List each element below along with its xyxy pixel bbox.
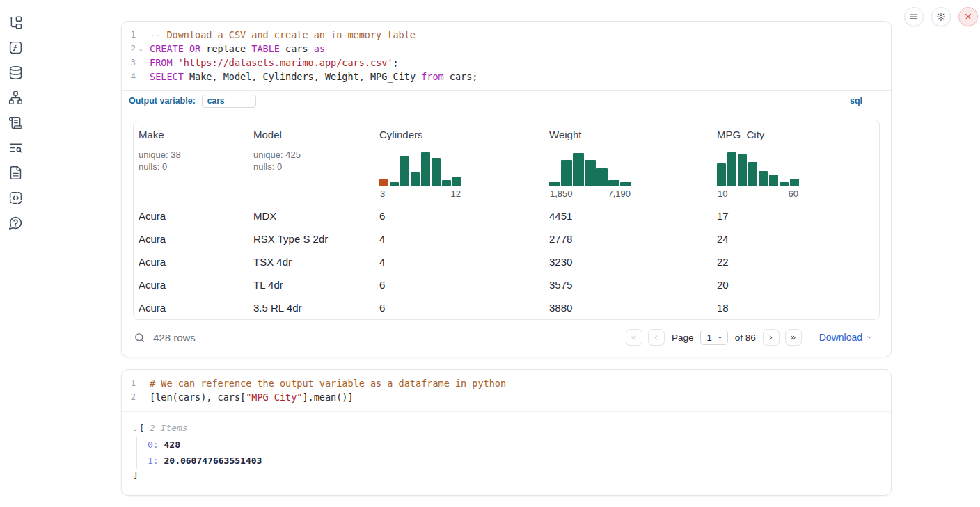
column-header-model[interactable]: Modelunique: 425nulls: 0: [248, 120, 374, 204]
column-name: Cylinders: [379, 129, 542, 140]
tree-entry[interactable]: 0: 428: [148, 437, 880, 453]
table-row[interactable]: AcuraTL 4dr6357520: [134, 273, 879, 296]
language-badge[interactable]: sql: [850, 96, 862, 106]
histogram-bar: [769, 175, 778, 186]
list-output: ⌄ [ 2 Items 0: 4281: 20.060747663551403 …: [122, 411, 891, 495]
scroll-icon: [8, 115, 23, 130]
axis-max-label: 12: [451, 188, 461, 199]
histogram-axis: 1060: [717, 188, 799, 199]
python-code-editor[interactable]: 12 # We can reference the output variabl…: [122, 370, 891, 411]
collapse-chevron-icon[interactable]: ⌄: [133, 424, 137, 432]
settings-button[interactable]: [931, 7, 951, 26]
histogram-bar: [452, 177, 461, 186]
output-variable-label: Output variable:: [129, 96, 196, 106]
histogram-bar: [596, 168, 608, 186]
sidebar-file-tree-button[interactable]: [8, 15, 23, 30]
table-row[interactable]: AcuraRSX Type S 2dr4277824: [134, 227, 879, 250]
sql-code-editor[interactable]: 12⌄34 -- Download a CSV and create an in…: [122, 22, 891, 90]
histogram-bar: [780, 182, 789, 186]
table-header: Makeunique: 38nulls: 0Modelunique: 425nu…: [134, 120, 879, 204]
histogram-bar: [790, 179, 799, 186]
histogram[interactable]: 1060: [717, 150, 799, 199]
tree-entry[interactable]: 1: 20.060747663551403: [148, 453, 880, 469]
first-page-button[interactable]: [626, 329, 642, 346]
last-page-button[interactable]: [785, 329, 802, 346]
menu-button[interactable]: [904, 7, 924, 26]
axis-min-label: 3: [380, 188, 385, 199]
sidebar-functions-button[interactable]: [8, 40, 23, 55]
network-graph-icon: [8, 90, 23, 105]
table-cell: 22: [712, 256, 879, 268]
download-button[interactable]: Download: [819, 332, 873, 343]
sidebar-logs-button[interactable]: [8, 115, 23, 130]
axis-min-label: 1,850: [550, 188, 573, 199]
items-count-label: 2 Items: [150, 423, 188, 433]
output-variable-row: Output variable: sql: [122, 90, 891, 111]
table-row[interactable]: Acura3.5 RL 4dr6388018: [134, 296, 879, 319]
column-header-mpg_city[interactable]: MPG_City1060: [712, 120, 879, 204]
histogram-bar: [432, 158, 441, 186]
histogram-bar: [390, 182, 399, 186]
line-number: 3: [122, 56, 143, 70]
code-line[interactable]: [len(cars), cars["MPG_City"].mean()]: [150, 390, 506, 404]
code-lines: # We can reference the output variable a…: [143, 376, 506, 404]
code-line[interactable]: FROM 'https://datasets.marimo.app/cars.c…: [150, 56, 477, 70]
fold-chevron-icon[interactable]: ⌄: [139, 42, 143, 56]
search-icon: [134, 332, 145, 344]
notebook: 12⌄34 -- Download a CSV and create an in…: [121, 21, 892, 496]
histogram[interactable]: 312: [379, 150, 461, 199]
tree-body: 0: 4281: 20.060747663551403: [136, 437, 880, 469]
gutter: 12: [122, 376, 143, 404]
next-page-button[interactable]: [763, 329, 780, 346]
sidebar-documentation-button[interactable]: [8, 165, 23, 180]
histogram[interactable]: 1,8507,190: [549, 150, 631, 199]
database-icon: [8, 65, 23, 80]
histogram-bar: [738, 154, 747, 186]
sidebar-snippets-button[interactable]: [8, 190, 23, 205]
open-bracket: [: [139, 423, 145, 433]
table-footer: 428 rows Page 1 of 86: [122, 320, 891, 357]
pagination: Page 1 of 86 Download: [626, 329, 880, 346]
output-variable-input[interactable]: [202, 95, 256, 108]
table-cell: 17: [712, 210, 879, 222]
chevron-down-icon: [866, 334, 873, 341]
histogram-bars: [717, 150, 799, 186]
sidebar-help-button[interactable]: [8, 215, 23, 230]
column-header-cylinders[interactable]: Cylinders312: [374, 120, 544, 204]
list-search-icon: [8, 140, 23, 155]
column-header-make[interactable]: Makeunique: 38nulls: 0: [134, 120, 248, 204]
shutdown-button[interactable]: [958, 7, 978, 26]
code-line[interactable]: CREATE OR replace TABLE cars as: [150, 42, 477, 56]
table-cell: 4: [374, 256, 544, 268]
previous-page-button[interactable]: [648, 329, 665, 346]
gutter: 12⌄34: [122, 28, 143, 83]
sidebar-outline-button[interactable]: [8, 140, 23, 155]
sidebar-datasources-button[interactable]: [8, 65, 23, 80]
histogram-bar: [717, 163, 726, 186]
table-row[interactable]: AcuraMDX6445117: [134, 204, 879, 227]
sidebar-dependency-graph-button[interactable]: [8, 90, 23, 105]
row-count: 428 rows: [153, 332, 196, 344]
search-button[interactable]: [133, 331, 145, 344]
tree-head: ⌄ [ 2 Items: [133, 421, 880, 435]
histogram-axis: 1,8507,190: [549, 188, 631, 199]
histogram-bar: [421, 152, 430, 186]
topbar-controls: [904, 7, 978, 26]
code-line[interactable]: SELECT Make, Model, Cylinders, Weight, M…: [150, 70, 477, 83]
stat-nulls: nulls: 0: [253, 161, 372, 172]
chevrons-right-icon: [789, 334, 797, 341]
column-header-weight[interactable]: Weight1,8507,190: [544, 120, 712, 204]
tree-entry-value: 20.060747663551403: [164, 456, 262, 466]
stat-unique: unique: 425: [253, 149, 372, 161]
column-name: Make: [139, 129, 246, 140]
file-text-icon: [8, 166, 23, 180]
python-cell: 12 # We can reference the output variabl…: [121, 369, 892, 496]
table-row[interactable]: AcuraTSX 4dr4323022: [134, 250, 879, 273]
code-line[interactable]: -- Download a CSV and create an in-memor…: [150, 28, 477, 42]
page-select[interactable]: 1: [700, 330, 727, 345]
tree-entry-value: 428: [164, 440, 180, 450]
code-line[interactable]: # We can reference the output variable a…: [150, 376, 506, 390]
histogram-axis: 312: [379, 188, 461, 199]
tree-entry-key: 1:: [148, 456, 164, 466]
table-cell: 20: [712, 279, 879, 291]
